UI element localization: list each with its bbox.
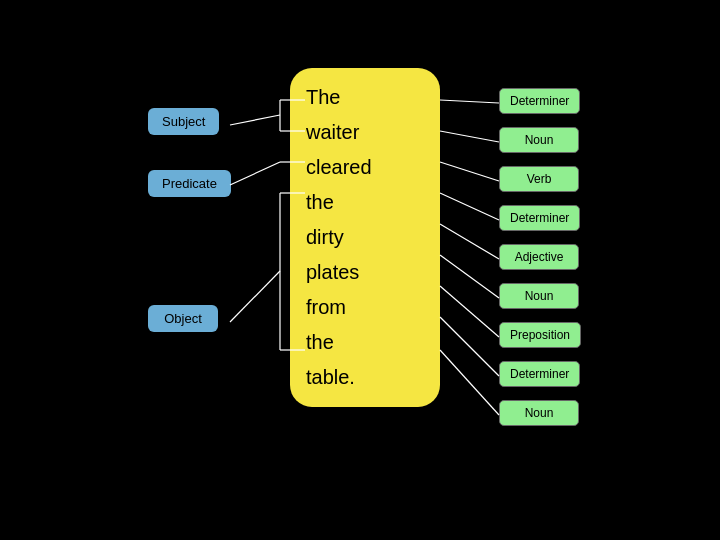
word-waiter: waiter bbox=[306, 115, 424, 150]
svg-line-2 bbox=[440, 162, 499, 181]
word-cleared: cleared bbox=[306, 150, 424, 185]
word-from: from bbox=[306, 290, 424, 325]
pos-verb: Verb bbox=[499, 166, 579, 192]
svg-line-7 bbox=[440, 317, 499, 376]
word-the3: the bbox=[306, 325, 424, 360]
subject-label: Subject bbox=[148, 108, 219, 135]
word-the1: The bbox=[306, 80, 424, 115]
pos-determiner-3: Determiner bbox=[499, 361, 580, 387]
word-the2: the bbox=[306, 185, 424, 220]
svg-line-14 bbox=[230, 162, 280, 185]
svg-line-4 bbox=[440, 224, 499, 259]
svg-line-0 bbox=[440, 100, 499, 103]
pos-determiner-1: Determiner bbox=[499, 88, 580, 114]
object-label: Object bbox=[148, 305, 218, 332]
svg-line-3 bbox=[440, 193, 499, 220]
pos-noun-1: Noun bbox=[499, 127, 579, 153]
pos-noun-3: Noun bbox=[499, 400, 579, 426]
svg-line-1 bbox=[440, 131, 499, 142]
main-container: Subject Predicate Object The waiter clea… bbox=[0, 0, 720, 540]
word-table: table. bbox=[306, 360, 424, 395]
svg-line-5 bbox=[440, 255, 499, 298]
predicate-label: Predicate bbox=[148, 170, 231, 197]
pos-adjective: Adjective bbox=[499, 244, 579, 270]
svg-line-12 bbox=[230, 115, 280, 125]
pos-noun-2: Noun bbox=[499, 283, 579, 309]
svg-line-18 bbox=[230, 271, 280, 322]
word-plates: plates bbox=[306, 255, 424, 290]
pos-determiner-2: Determiner bbox=[499, 205, 580, 231]
word-card: The waiter cleared the dirty plates from… bbox=[290, 68, 440, 407]
svg-line-6 bbox=[440, 286, 499, 337]
svg-line-8 bbox=[440, 350, 499, 415]
pos-preposition: Preposition bbox=[499, 322, 581, 348]
word-dirty: dirty bbox=[306, 220, 424, 255]
